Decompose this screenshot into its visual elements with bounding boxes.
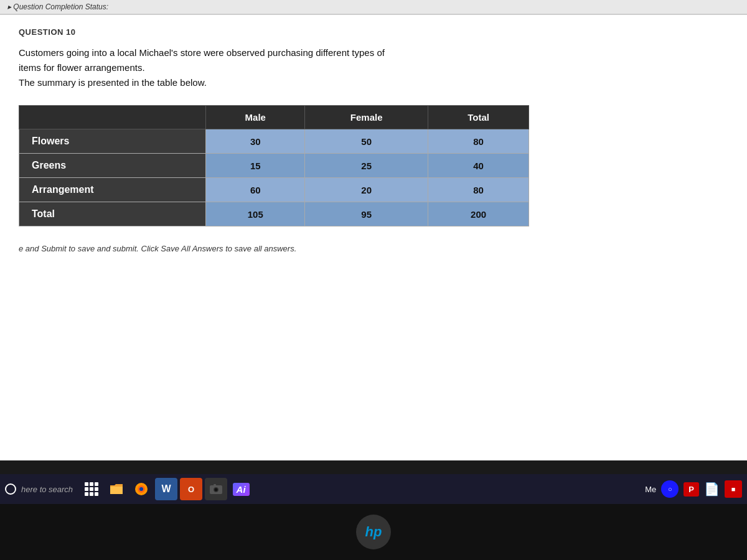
taskbar-right: Me ○ P 📄 ■ bbox=[645, 480, 742, 498]
hp-area: hp bbox=[0, 504, 747, 560]
table-row: Total 105 95 200 bbox=[19, 202, 529, 226]
col-header-male: Male bbox=[206, 106, 305, 129]
taskbar-camera-icon[interactable] bbox=[205, 478, 227, 500]
grid-icon-dots bbox=[85, 482, 98, 496]
search-placeholder-text[interactable]: here to search bbox=[21, 485, 73, 494]
taskbar: here to search bbox=[0, 474, 747, 504]
taskbar-search-area: here to search bbox=[5, 483, 73, 495]
col-header-female: Female bbox=[305, 106, 428, 129]
cell-arrangement-total: 80 bbox=[428, 178, 529, 202]
taskbar-ai-icon[interactable]: Ai bbox=[230, 478, 252, 500]
row-label-flowers: Flowers bbox=[19, 129, 206, 154]
table-header-row: Male Female Total bbox=[19, 106, 529, 129]
data-table: Male Female Total Flowers 30 50 80 Green… bbox=[19, 105, 529, 226]
taskbar-red-icon[interactable]: ■ bbox=[725, 480, 742, 498]
content-area: QUESTION 10 Customers going into a local… bbox=[0, 15, 747, 460]
taskbar-me-label: Me bbox=[645, 485, 656, 494]
taskbar-firefox-icon[interactable] bbox=[130, 478, 153, 500]
cell-greens-male: 15 bbox=[206, 154, 305, 178]
taskbar-p-icon[interactable]: P bbox=[684, 482, 699, 497]
cell-arrangement-female: 20 bbox=[305, 178, 428, 202]
cell-greens-female: 25 bbox=[305, 154, 428, 178]
question-completion-bar: ▸ Question Completion Status: bbox=[0, 0, 747, 15]
screen: ▸ Question Completion Status: QUESTION 1… bbox=[0, 0, 747, 460]
cell-flowers-male: 30 bbox=[206, 129, 305, 154]
row-label-arrangement: Arrangement bbox=[19, 178, 206, 202]
svg-point-2 bbox=[139, 487, 143, 491]
row-label-total: Total bbox=[19, 202, 206, 226]
cell-flowers-total: 80 bbox=[428, 129, 529, 154]
taskbar-grid-icon[interactable] bbox=[80, 478, 103, 500]
ai-label: Ai bbox=[233, 483, 250, 496]
taskbar-cortana-icon[interactable]: ○ bbox=[661, 480, 679, 498]
row-label-greens: Greens bbox=[19, 154, 206, 178]
table-row: Arrangement 60 20 80 bbox=[19, 178, 529, 202]
cell-total-total: 200 bbox=[428, 202, 529, 226]
cell-greens-total: 40 bbox=[428, 154, 529, 178]
taskbar-word-icon[interactable]: W bbox=[155, 478, 177, 500]
svg-rect-6 bbox=[214, 484, 216, 486]
taskbar-office-icon[interactable]: O bbox=[180, 478, 202, 500]
cell-total-male: 105 bbox=[206, 202, 305, 226]
svg-point-5 bbox=[215, 488, 218, 492]
taskbar-folder-icon[interactable] bbox=[105, 478, 128, 500]
col-header-empty bbox=[19, 106, 206, 129]
question-text: Customers going into a local Michael's s… bbox=[19, 45, 728, 90]
table-row: Flowers 30 50 80 bbox=[19, 129, 529, 154]
table-row: Greens 15 25 40 bbox=[19, 154, 529, 178]
completion-status-label: ▸ Question Completion Status: bbox=[7, 2, 108, 11]
windows-search-circle[interactable] bbox=[5, 483, 16, 495]
question-number: QUESTION 10 bbox=[19, 27, 728, 37]
cell-total-female: 95 bbox=[305, 202, 428, 226]
hp-logo: hp bbox=[356, 515, 391, 549]
save-note: e and Submit to save and submit. Click S… bbox=[19, 244, 728, 253]
taskbar-apps: W O Ai bbox=[80, 478, 252, 500]
cell-arrangement-male: 60 bbox=[206, 178, 305, 202]
taskbar-doc-icon[interactable]: 📄 bbox=[704, 482, 720, 497]
col-header-total: Total bbox=[428, 106, 529, 129]
cell-flowers-female: 50 bbox=[305, 129, 428, 154]
